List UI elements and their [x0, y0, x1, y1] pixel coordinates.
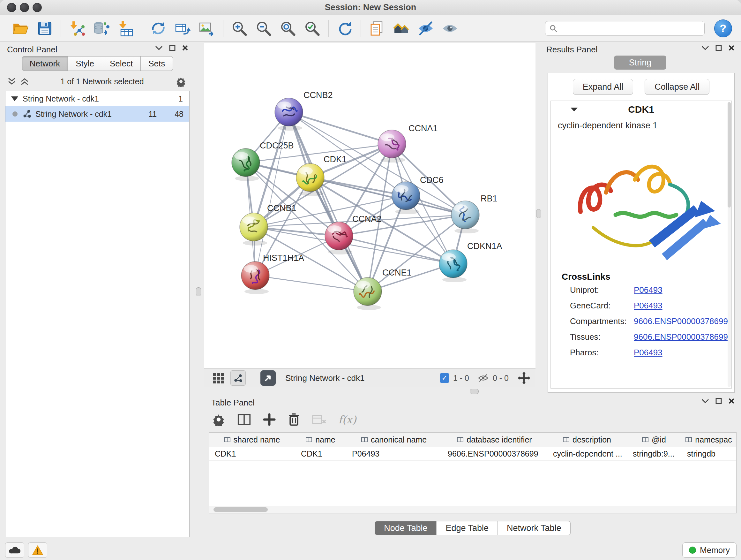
tab-sets[interactable]: Sets — [141, 56, 173, 71]
tab-network-table[interactable]: Network Table — [498, 521, 570, 535]
import-network-file-button[interactable] — [65, 17, 89, 40]
memory-button[interactable]: Memory — [682, 543, 737, 558]
zoom-out-button[interactable] — [252, 17, 276, 40]
maximize-panel-icon[interactable] — [716, 398, 722, 404]
column-header-namespace[interactable]: namespac — [681, 433, 736, 447]
selected-nodes-checkbox[interactable]: ✓ — [440, 373, 449, 383]
grid-view-icon[interactable] — [212, 372, 224, 384]
delete-column-trash-icon[interactable] — [288, 413, 300, 426]
new-network-button[interactable] — [146, 17, 171, 40]
cell-name[interactable]: CDK1 — [295, 447, 346, 460]
maximize-panel-icon[interactable] — [169, 45, 176, 51]
network-edge[interactable] — [255, 112, 289, 275]
cell-shared-name[interactable]: CDK1 — [209, 447, 295, 460]
network-view-canvas[interactable]: CCNB2CCNA1CDC25BCDK1CDC6RB1CCNB1CCNA2CDK… — [204, 43, 536, 368]
column-header-name[interactable]: name — [295, 433, 346, 447]
disclosure-triangle-icon[interactable] — [11, 97, 18, 101]
column-header-at-id[interactable]: @id — [627, 433, 681, 447]
birds-eye-view-button[interactable] — [260, 370, 276, 386]
collapse-all-icon[interactable] — [8, 77, 16, 86]
column-header-canonical-name[interactable]: canonical name — [346, 433, 442, 447]
tab-style[interactable]: Style — [68, 56, 102, 71]
cell-database-identifier[interactable]: 9606.ENSP00000378699 — [442, 447, 547, 460]
search-field[interactable] — [545, 21, 704, 36]
cell-at-id[interactable]: stringdb:9... — [627, 447, 681, 460]
network-edge[interactable] — [339, 236, 453, 264]
expand-all-icon[interactable] — [20, 77, 29, 86]
close-panel-icon[interactable] — [728, 398, 735, 404]
import-table-button[interactable] — [114, 17, 138, 40]
network-collection-row[interactable]: String Network - cdk1 1 — [5, 91, 189, 106]
tab-select[interactable]: Select — [102, 56, 141, 71]
crosslink-genecard[interactable]: P06493 — [634, 301, 663, 311]
network-node-ccne1[interactable]: CCNE1 — [354, 268, 412, 310]
cell-namespace[interactable]: stringdb — [681, 447, 736, 460]
network-node-hist1h1a[interactable]: HIST1H1A — [241, 253, 304, 294]
table-settings-gear-icon[interactable] — [212, 413, 225, 426]
collapse-section-icon[interactable] — [570, 107, 578, 112]
cloud-status-button[interactable] — [5, 543, 24, 558]
import-network-database-button[interactable] — [89, 17, 114, 40]
network-view-mode-button[interactable] — [230, 370, 246, 386]
fit-content-crosshair-icon[interactable] — [518, 372, 530, 384]
export-image-button[interactable] — [195, 17, 219, 40]
network-edge[interactable] — [289, 112, 465, 215]
clone-network-button[interactable] — [171, 17, 195, 40]
first-neighbors-button[interactable] — [389, 17, 414, 40]
crosslink-compartments[interactable]: 9606.ENSP00000378699 — [634, 316, 728, 326]
results-scrollbar[interactable] — [728, 102, 731, 387]
close-panel-icon[interactable] — [728, 45, 735, 51]
column-header-description[interactable]: description — [547, 433, 627, 447]
network-node-rb1[interactable]: RB1 — [451, 194, 497, 233]
column-header-shared-name[interactable]: shared name — [209, 433, 295, 447]
maximize-panel-icon[interactable] — [716, 45, 722, 51]
cell-description[interactable]: cyclin-dependent ... — [547, 447, 627, 460]
float-panel-icon[interactable] — [155, 45, 163, 51]
cell-canonical-name[interactable]: P06493 — [346, 447, 442, 460]
zoom-in-button[interactable] — [227, 17, 252, 40]
copy-document-button[interactable] — [365, 17, 389, 40]
network-node-cdc25b[interactable]: CDC25B — [232, 141, 294, 181]
expand-all-button[interactable]: Expand All — [573, 79, 633, 95]
function-builder-button[interactable]: f(x) — [338, 414, 356, 426]
gear-icon[interactable] — [176, 76, 186, 87]
collapse-all-button[interactable]: Collapse All — [645, 79, 710, 95]
search-input[interactable] — [561, 23, 700, 33]
column-header-database-identifier[interactable]: database identifier — [442, 433, 547, 447]
network-row-selected[interactable]: String Network - cdk1 11 48 — [5, 106, 189, 122]
network-node-cdkn1a[interactable]: CDKN1A — [439, 241, 502, 282]
hide-selected-button[interactable] — [414, 17, 438, 40]
network-edge[interactable] — [289, 112, 367, 292]
crosslink-pharos[interactable]: P06493 — [634, 348, 663, 358]
save-session-button[interactable] — [32, 17, 57, 40]
table-horizontal-scrollbar[interactable] — [209, 506, 736, 513]
tab-network[interactable]: Network — [22, 56, 68, 71]
warnings-button[interactable] — [28, 543, 47, 558]
float-panel-icon[interactable] — [701, 398, 709, 403]
show-all-button[interactable] — [438, 17, 462, 40]
tab-node-table[interactable]: Node Table — [375, 521, 436, 535]
close-panel-icon[interactable] — [182, 45, 188, 51]
add-column-icon[interactable] — [263, 413, 276, 426]
network-graph[interactable]: CCNB2CCNA1CDC25BCDK1CDC6RB1CCNB1CCNA2CDK… — [204, 43, 536, 368]
horizontal-splitter[interactable] — [470, 389, 479, 394]
vertical-splitter-right[interactable] — [536, 209, 541, 218]
select-columns-icon[interactable] — [238, 414, 251, 426]
zoom-selected-button[interactable] — [300, 17, 324, 40]
tab-edge-table[interactable]: Edge Table — [436, 521, 498, 535]
zoom-fit-button[interactable] — [276, 17, 300, 40]
vertical-splitter-left[interactable] — [196, 287, 201, 296]
crosslink-tissues[interactable]: 9606.ENSP00000378699 — [634, 332, 728, 342]
table-row[interactable]: CDK1 CDK1 P06493 9606.ENSP00000378699 cy… — [209, 447, 736, 461]
float-panel-icon[interactable] — [701, 45, 709, 51]
open-session-button[interactable] — [8, 17, 32, 40]
network-edge[interactable] — [255, 275, 367, 292]
refresh-layout-button[interactable] — [333, 17, 357, 40]
network-node-ccnb2[interactable]: CCNB2 — [275, 90, 333, 131]
crosslink-uniprot[interactable]: P06493 — [634, 285, 663, 295]
help-button[interactable]: ? — [714, 19, 732, 37]
tab-string[interactable]: String — [614, 56, 666, 70]
hidden-eye-icon[interactable] — [477, 373, 489, 383]
network-node-ccna1[interactable]: CCNA1 — [378, 124, 438, 163]
network-edge[interactable] — [289, 112, 392, 144]
